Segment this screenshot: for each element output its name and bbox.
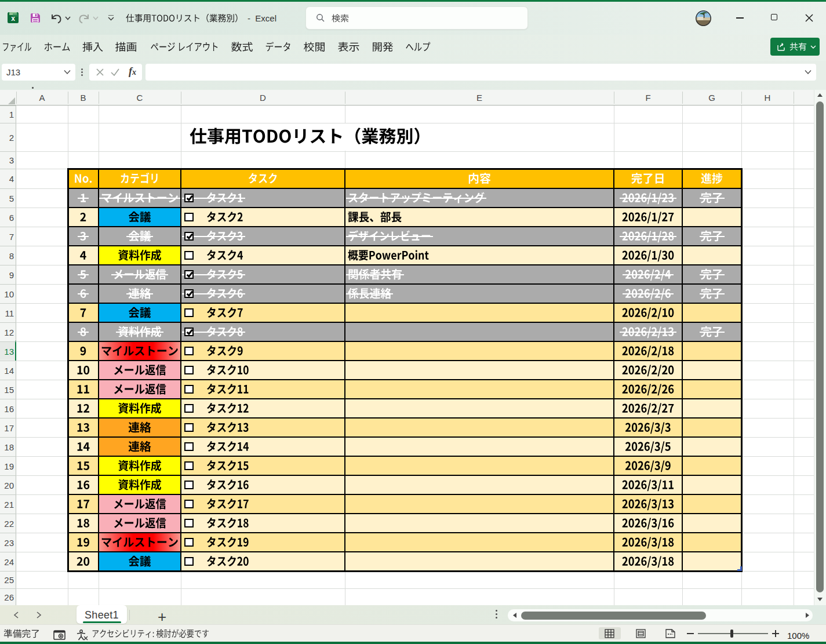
svg-text:x: x xyxy=(11,14,15,23)
